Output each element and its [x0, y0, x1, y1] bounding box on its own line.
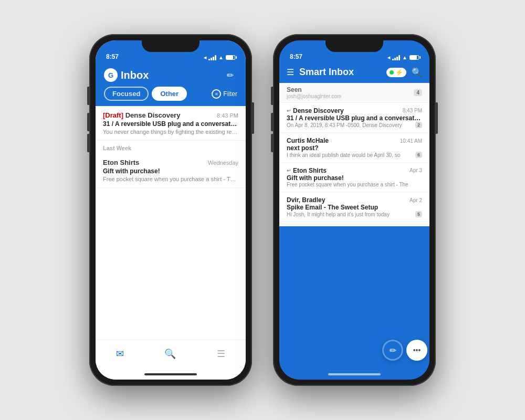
smart-sender-2: Curtis McHale: [287, 137, 329, 144]
email-time-2: Wednesday: [208, 160, 238, 166]
smart-subject-4: Spike Email - The Sweet Setup: [287, 204, 422, 211]
inbox-logo: G Inbox: [104, 68, 149, 82]
filter-button[interactable]: ≡ Filter: [212, 89, 237, 99]
smart-email-3[interactable]: ↩ Eton Shirts Apr 3 Gift with purchase! …: [279, 163, 429, 192]
notch-2: [326, 40, 383, 52]
signal-bars-1: [208, 55, 216, 60]
lightning-badge[interactable]: ⚡: [386, 68, 406, 77]
preview-text-3: Free pocket square when you purchase a s…: [287, 182, 408, 187]
smart-sender-name-3: Eton Shirts: [293, 167, 327, 174]
smart-time-2: 10:41 AM: [400, 138, 422, 144]
smart-sender-name-1: Dense Discovery: [293, 107, 344, 114]
email-item-1[interactable]: [Draft] Dense Discovery 8:43 PM 31 / A r…: [96, 106, 246, 141]
smart-header-left: ☰ Smart Inbox: [287, 67, 354, 78]
seen-header: Seen josh@joshuaginter.com 4: [279, 83, 429, 103]
smart-preview-3: Free pocket square when you purchase a s…: [287, 182, 422, 187]
seen-info: Seen josh@joshuaginter.com: [287, 86, 341, 99]
smart-email-2[interactable]: Curtis McHale 10:41 AM next post? I thin…: [279, 133, 429, 163]
email-subject-1: 31 / A reversible USB plug and a convers…: [103, 120, 238, 128]
home-bar-2: [328, 373, 381, 375]
nav-mail[interactable]: ✉: [116, 348, 124, 360]
smart-email-header-2: Curtis McHale 10:41 AM: [287, 137, 422, 144]
smart-subject-1: 31 / A reversible USB plug and a convers…: [287, 114, 422, 122]
phone-1-screen: 8:57 ◂ ▲ G Inbox ✏ Fo: [96, 40, 246, 380]
filter-label: Filter: [223, 90, 237, 98]
battery-1: [226, 55, 235, 60]
smart-sender-3: ↩ Eton Shirts: [287, 167, 327, 174]
status-icons-1: ◂ ▲: [204, 55, 235, 60]
email-preview-1: You never change things by fighting the …: [103, 129, 238, 135]
smart-email-4[interactable]: Dvir, Bradley Apr 2 Spike Email - The Sw…: [279, 192, 429, 222]
smart-email-list: Seen josh@joshuaginter.com 4 ↩ Dense Dis…: [279, 83, 429, 226]
draft-label: [Draft]: [103, 111, 123, 119]
thread-icon-1: ↩: [287, 108, 291, 113]
smart-subject-3: Gift with purchase!: [287, 174, 422, 182]
email-header-1: [Draft] Dense Discovery 8:43 PM: [103, 111, 238, 119]
preview-text-4: Hi Josh, It might help and it's just fro…: [287, 212, 390, 217]
email-sender-1: [Draft] Dense Discovery: [103, 111, 180, 119]
tab-other[interactable]: Other: [152, 87, 187, 101]
fab-compose-button[interactable]: ✏: [382, 340, 403, 361]
phone-1: 8:57 ◂ ▲ G Inbox ✏ Fo: [89, 34, 252, 386]
hamburger-icon[interactable]: ☰: [287, 67, 294, 77]
smart-sender-name-2: Curtis McHale: [287, 137, 329, 144]
lightning-icon: ⚡: [395, 69, 403, 76]
email-time-1: 8:43 PM: [217, 112, 238, 119]
status-icons-2: ◂ ▲: [387, 55, 419, 60]
seen-sub: josh@joshuaginter.com: [287, 93, 341, 99]
inbox-title: Inbox: [121, 69, 149, 81]
battery-2: [410, 55, 419, 60]
preview-text-2: I think an ideal publish date would be A…: [287, 152, 400, 158]
smart-email-header-3: ↩ Eton Shirts Apr 3: [287, 167, 422, 174]
smart-sender-name-4: Dvir, Bradley: [287, 196, 325, 204]
section-label-1: Last Week: [96, 141, 246, 153]
home-indicator-2: [279, 369, 429, 380]
smart-time-3: Apr 3: [410, 167, 422, 173]
search-nav-icon: 🔍: [164, 348, 176, 360]
mail-icon: ✉: [116, 348, 124, 360]
inbox-tabs: Focused Other ≡ Filter: [104, 87, 237, 101]
fab-more-icon: •••: [413, 346, 421, 354]
status-time-1: 8:57: [106, 53, 119, 60]
google-icon: G: [104, 68, 118, 82]
smart-email-1[interactable]: ↩ Dense Discovery 8:43 PM 31 / A reversi…: [279, 103, 429, 133]
email-subject-2: Gift with purchase!: [103, 167, 238, 175]
tab-focused[interactable]: Focused: [104, 87, 149, 101]
thread-icon-3: ↩: [287, 168, 291, 173]
phone-2-screen: 8:57 ◂ ▲ ☰ Smart Inbox ⚡: [279, 40, 429, 380]
smart-sender-4: Dvir, Bradley: [287, 196, 325, 204]
blue-area: ✏ •••: [279, 226, 429, 370]
msg-count-2: 6: [415, 152, 422, 158]
bottom-nav-1: ✉ 🔍 ☰: [96, 340, 246, 369]
smart-email-header-1: ↩ Dense Discovery 8:43 PM: [287, 107, 422, 114]
seen-label: Seen: [287, 86, 341, 93]
wifi-icon-2: ▲: [402, 55, 407, 60]
fab-compose-icon: ✏: [390, 345, 396, 355]
arrow-icon-2: ◂: [387, 55, 390, 60]
smart-header-right: ⚡ 🔍: [386, 67, 422, 77]
smart-sender-1: ↩ Dense Discovery: [287, 107, 344, 114]
fab-more-button[interactable]: •••: [406, 340, 427, 361]
home-indicator-1: [96, 369, 246, 380]
smart-time-1: 8:43 PM: [403, 108, 422, 113]
smart-inbox-header: ☰ Smart Inbox ⚡ 🔍: [279, 64, 429, 83]
smart-preview-1: On Apr 8, 2019, 8:43 PM -0500, Dense Dis…: [287, 122, 422, 128]
smart-subject-2: next post?: [287, 144, 422, 152]
seen-count: 4: [414, 89, 422, 96]
nav-search[interactable]: 🔍: [164, 348, 176, 360]
green-dot: [390, 70, 394, 75]
nav-calendar[interactable]: ☰: [217, 348, 225, 360]
smart-email-header-4: Dvir, Bradley Apr 2: [287, 196, 422, 204]
notch-1: [142, 40, 200, 52]
filter-icon: ≡: [212, 89, 221, 99]
arrow-icon-1: ◂: [204, 55, 206, 60]
wifi-icon-1: ▲: [218, 55, 224, 60]
email-sender-2: Eton Shirts: [103, 159, 139, 166]
smart-inbox-title: Smart Inbox: [299, 67, 354, 78]
inbox-header-row: G Inbox ✏: [104, 68, 237, 82]
sender-name-1: Dense Discovery: [125, 111, 181, 119]
compose-button[interactable]: ✏: [223, 68, 237, 82]
smart-search-icon[interactable]: 🔍: [412, 67, 422, 77]
smart-preview-4: Hi Josh, It might help and it's just fro…: [287, 211, 422, 217]
email-item-2[interactable]: Eton Shirts Wednesday Gift with purchase…: [96, 153, 246, 188]
